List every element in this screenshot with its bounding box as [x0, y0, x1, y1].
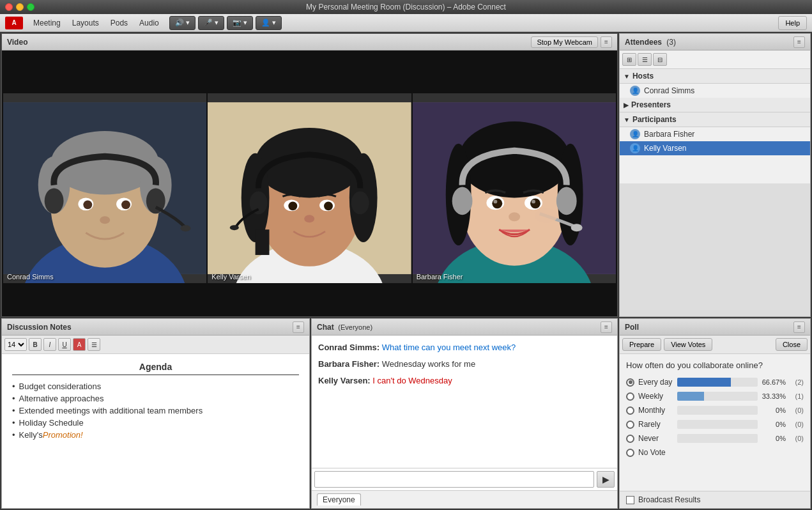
attendees-view-btn-2[interactable]: ☰	[638, 53, 652, 66]
poll-bar-fill-2	[677, 392, 704, 401]
italic-btn[interactable]: I	[43, 338, 56, 351]
attendee-icon-participant-2: 👤	[630, 143, 640, 153]
poll-option-label-4: Rarely	[638, 420, 673, 429]
poll-count-3: (0)	[790, 406, 804, 414]
menu-audio[interactable]: Audio	[134, 17, 164, 29]
attendee-icon-host-1: 👤	[630, 86, 640, 96]
list-btn[interactable]: ☰	[88, 338, 100, 351]
svg-point-44	[530, 198, 540, 208]
speaker-icon: 🔊	[175, 19, 184, 27]
mic-dropdown-icon: ▾	[215, 19, 218, 27]
presenters-section-header[interactable]: ▶ Presenters	[620, 98, 810, 112]
chat-message-1: Conrad Simms: What time can you meet nex…	[318, 342, 611, 353]
video-panel-title: Video	[7, 38, 27, 47]
poll-view-votes-button[interactable]: View Votes	[664, 338, 712, 351]
attendees-panel-title: Attendees (3)	[625, 38, 676, 47]
video-panel: Video Stop My Webcam ≡	[1, 33, 618, 317]
chat-recipient-tab[interactable]: Everyone	[317, 493, 361, 506]
svg-point-32	[230, 225, 239, 230]
notes-panel-menu-icon[interactable]: ≡	[293, 321, 304, 333]
window-controls[interactable]	[5, 3, 34, 11]
stop-webcam-button[interactable]: Stop My Webcam	[531, 36, 598, 48]
svg-point-43	[492, 198, 502, 208]
titlebar: My Personal Meeting Room (Discussion) – …	[0, 0, 812, 14]
broadcast-checkbox[interactable]	[626, 496, 634, 504]
notes-item-4: Holiday Schedule	[12, 417, 299, 429]
hosts-section-header[interactable]: ▼ Hosts	[620, 69, 810, 84]
chat-text-1: What time can you meet next week?	[382, 343, 516, 352]
poll-radio-5[interactable]	[626, 435, 634, 443]
bold-btn[interactable]: B	[29, 338, 42, 351]
video-bottom-bar	[2, 284, 617, 316]
attendee-row-participant-1[interactable]: 👤 Barbara Fisher	[620, 127, 810, 141]
chat-panel-menu-icon[interactable]: ≡	[601, 321, 612, 333]
poll-prepare-button[interactable]: Prepare	[622, 338, 661, 351]
menubar: A Meeting Layouts Pods Audio 🔊 ▾ 🎤 ▾ 📷 ▾…	[0, 14, 812, 32]
send-icon: ▶	[602, 474, 609, 484]
toolbar-controls: 🔊 ▾ 🎤 ▾ 📷 ▾ 👤 ▾	[169, 16, 282, 30]
poll-radio-3[interactable]	[626, 406, 634, 415]
menu-meeting[interactable]: Meeting	[28, 17, 66, 29]
poll-pct-4: 0%	[762, 421, 786, 428]
font-size-select[interactable]: 14	[4, 338, 27, 351]
poll-count-1: (2)	[790, 378, 804, 386]
camera-btn[interactable]: 📷 ▾	[227, 16, 253, 30]
svg-rect-24	[256, 229, 270, 255]
menu-layouts[interactable]: Layouts	[67, 17, 104, 29]
svg-point-48	[452, 187, 472, 215]
svg-point-29	[305, 215, 315, 222]
window-title: My Personal Meeting Room (Discussion) – …	[306, 3, 506, 12]
share-btn[interactable]: 👤 ▾	[256, 16, 282, 30]
chat-input[interactable]	[314, 471, 594, 488]
poll-close-button[interactable]: Close	[776, 338, 808, 351]
attendee-name-participant-2: Kelly Varsen	[644, 144, 686, 153]
mic-btn[interactable]: 🎤 ▾	[198, 16, 224, 30]
notes-item-2: Alternative approaches	[12, 392, 299, 405]
svg-point-51	[535, 208, 558, 223]
attendees-panel-menu-icon[interactable]: ≡	[793, 36, 805, 48]
poll-panel-menu-icon[interactable]: ≡	[793, 321, 805, 333]
poll-radio-1[interactable]	[626, 378, 634, 387]
notes-list: Budget considerations Alternative approa…	[12, 380, 299, 441]
attendee-row-participant-2[interactable]: 👤 Kelly Varsen	[620, 141, 810, 155]
help-button[interactable]: Help	[778, 16, 807, 30]
camera-icon: 📷	[233, 19, 241, 27]
attendee-name-host-1: Conrad Simms	[644, 86, 694, 95]
svg-point-30	[250, 191, 268, 214]
poll-option-1: Every day 66.67% (2)	[626, 378, 804, 387]
video-cell-3: Barbara Fisher	[413, 93, 616, 283]
svg-point-28	[324, 201, 333, 210]
chat-sender-3: Kelly Varsen:	[318, 376, 371, 385]
poll-content: How often do you collaborate online? Eve…	[620, 354, 810, 491]
chat-text-3: I can't do Wednesday	[372, 376, 452, 385]
underline-btn[interactable]: U	[58, 338, 71, 351]
notes-item-5: Kelly's Promotion!	[12, 429, 299, 441]
hosts-label: Hosts	[632, 72, 654, 81]
attendees-view-btn-3[interactable]: ⊟	[653, 53, 667, 66]
notes-panel-title: Discussion Notes	[7, 323, 72, 332]
minimize-window-btn[interactable]	[16, 3, 24, 11]
poll-radio-6[interactable]	[626, 449, 634, 457]
menu-pods[interactable]: Pods	[105, 17, 133, 29]
participants-section-header[interactable]: ▼ Participants	[620, 112, 810, 127]
chat-content: Conrad Simms: What time can you meet nex…	[312, 336, 617, 468]
video-panel-menu-icon[interactable]: ≡	[601, 36, 612, 48]
video-name-2: Kelly Varsen	[211, 273, 250, 281]
video-panel-header: Video Stop My Webcam ≡	[2, 34, 617, 50]
video-cell-1: Conrad Simms	[3, 93, 206, 283]
chat-send-button[interactable]: ▶	[597, 471, 615, 488]
speaker-btn[interactable]: 🔊 ▾	[169, 16, 195, 30]
maximize-window-btn[interactable]	[27, 3, 34, 11]
attendees-view-btn-1[interactable]: ⊞	[622, 53, 636, 66]
color-btn[interactable]: A	[73, 338, 86, 351]
poll-bar-3	[677, 406, 758, 415]
poll-radio-2[interactable]	[626, 392, 634, 401]
close-window-btn[interactable]	[5, 3, 13, 11]
poll-radio-4[interactable]	[626, 421, 634, 429]
participants-arrow-icon: ▼	[624, 116, 630, 123]
attendees-gray-area	[620, 183, 810, 316]
participants-label: Participants	[632, 115, 677, 124]
attendees-toolbar: ⊞ ☰ ⊟	[620, 50, 810, 69]
chat-panel-title: Chat (Everyone)	[317, 323, 372, 332]
attendee-row-host-1[interactable]: 👤 Conrad Simms	[620, 84, 810, 98]
